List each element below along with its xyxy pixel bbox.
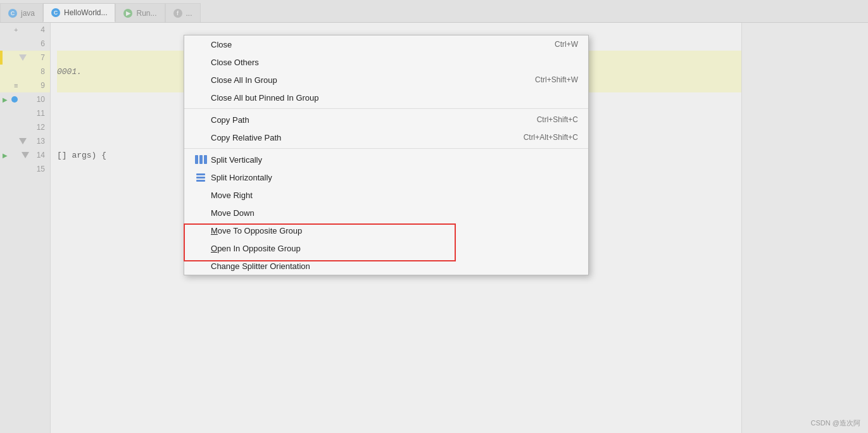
copy-relative-path-label: Copy Relative Path xyxy=(211,133,498,142)
move-to-opposite-label: Move To Opposite Group xyxy=(211,226,578,235)
close-all-in-group-icon xyxy=(194,75,207,85)
csdn-watermark: CSDN @造次阿 xyxy=(811,418,860,428)
move-to-opposite-underline: M xyxy=(211,226,218,235)
move-to-opposite-icon xyxy=(194,225,207,235)
menu-item-copy-path[interactable]: Copy Path Ctrl+Shift+C xyxy=(184,111,588,129)
close-all-but-pinned-label: Close All but Pinned In Group xyxy=(211,93,553,103)
close-all-in-group-label: Close All In Group xyxy=(211,75,510,85)
menu-item-move-right[interactable]: Move Right xyxy=(184,186,588,204)
close-menu-icon xyxy=(194,39,207,49)
open-in-opposite-underline: O xyxy=(211,244,217,253)
divider-1 xyxy=(184,108,588,109)
copy-path-label: Copy Path xyxy=(211,115,512,125)
context-menu: Close Ctrl+W Close Others Close All In G… xyxy=(184,35,589,275)
split-h-icon xyxy=(194,172,207,182)
menu-item-close-all-in-group[interactable]: Close All In Group Ctrl+Shift+W xyxy=(184,71,588,89)
menu-item-move-down[interactable]: Move Down xyxy=(184,204,588,222)
close-others-label: Close Others xyxy=(211,58,553,67)
menu-item-copy-relative-path[interactable]: Copy Relative Path Ctrl+Alt+Shift+C xyxy=(184,129,588,146)
open-in-opposite-label: Open In Opposite Group xyxy=(211,244,578,253)
close-others-icon xyxy=(194,57,207,67)
copy-path-shortcut: Ctrl+Shift+C xyxy=(537,115,578,124)
copy-path-icon xyxy=(194,115,207,125)
copy-relative-path-shortcut: Ctrl+Alt+Shift+C xyxy=(524,133,578,142)
split-v-icon xyxy=(194,154,207,165)
menu-item-split-horizontally[interactable]: Split Horizontally xyxy=(184,168,588,186)
move-right-label: Move Right xyxy=(211,191,578,200)
close-all-but-pinned-icon xyxy=(194,92,207,103)
close-shortcut: Ctrl+W xyxy=(555,40,578,49)
move-down-label: Move Down xyxy=(211,208,578,218)
menu-item-change-splitter[interactable]: Change Splitter Orientation xyxy=(184,257,588,275)
open-in-opposite-icon xyxy=(194,243,207,253)
move-right-icon xyxy=(194,190,207,200)
move-down-icon xyxy=(194,208,207,218)
split-horizontally-label: Split Horizontally xyxy=(211,173,578,182)
menu-item-move-to-opposite[interactable]: Move To Opposite Group xyxy=(184,222,588,239)
menu-item-open-in-opposite[interactable]: Open In Opposite Group xyxy=(184,239,588,257)
close-label: Close xyxy=(211,40,529,49)
copy-relative-path-icon xyxy=(194,132,207,142)
menu-item-close[interactable]: Close Ctrl+W xyxy=(184,35,588,53)
change-splitter-icon xyxy=(194,261,207,271)
menu-item-close-all-but-pinned[interactable]: Close All but Pinned In Group xyxy=(184,89,588,106)
menu-item-split-vertically[interactable]: Split Vertically xyxy=(184,151,588,168)
split-vertically-label: Split Vertically xyxy=(211,155,578,165)
close-all-in-group-shortcut: Ctrl+Shift+W xyxy=(535,75,578,84)
menu-item-close-others[interactable]: Close Others xyxy=(184,53,588,71)
change-splitter-label: Change Splitter Orientation xyxy=(211,261,578,271)
divider-2 xyxy=(184,148,588,149)
